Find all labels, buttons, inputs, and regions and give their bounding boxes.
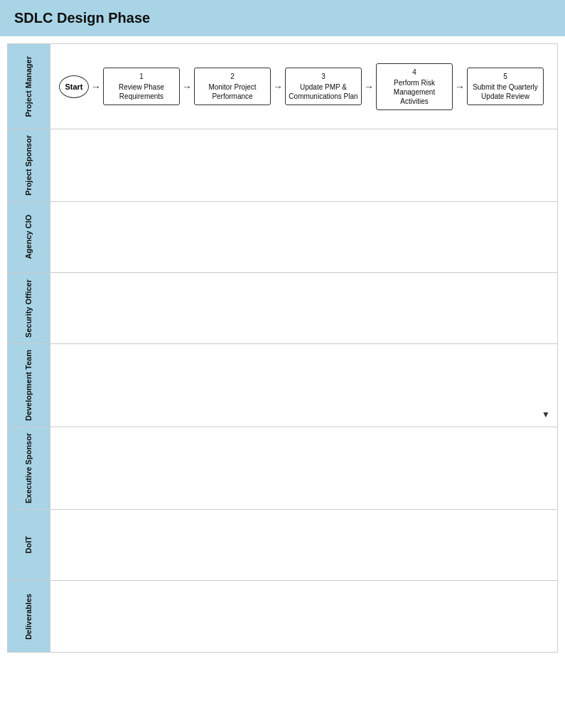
lane-label-development-team: Development Team: [8, 344, 50, 427]
start-node: Start: [59, 75, 89, 98]
lane-content-executive-sponsor: [50, 427, 557, 509]
arrow-2: →: [273, 81, 283, 92]
lane-content-project-manager: Start → 1 Review Phase Requirements → 2 …: [50, 44, 557, 129]
lane-label-security-officer: Security Officer: [8, 273, 50, 343]
lane-label-project-sponsor: Project Sponsor: [8, 129, 50, 201]
swim-lane-executive-sponsor: Executive Sponsor: [8, 427, 557, 510]
lane-label-project-manager: Project Manager: [8, 44, 50, 129]
swim-lane-project-manager: Project Manager Start → 1 Review Phase R…: [8, 44, 557, 129]
diagram-container: Project Manager Start → 1 Review Phase R…: [7, 43, 558, 653]
lane-label-deliverables: Deliverables: [8, 581, 50, 652]
process-box-2[interactable]: 2 Monitor Project Performance: [194, 68, 271, 105]
swim-lane-development-team: Development Team: [8, 344, 557, 427]
arrow-4: →: [455, 81, 465, 92]
process-box-1[interactable]: 1 Review Phase Requirements: [103, 68, 180, 105]
lane-content-doit: [50, 510, 557, 580]
page-header: SDLC Design Phase: [0, 0, 565, 36]
swim-lane-agency-cio: Agency CIO: [8, 202, 557, 273]
page-title: SDLC Design Phase: [14, 10, 150, 26]
lane-label-executive-sponsor: Executive Sponsor: [8, 427, 50, 509]
swim-lane-doit: DoIT: [8, 510, 557, 581]
lane-content-development-team: [50, 344, 557, 427]
lane-label-doit: DoIT: [8, 510, 50, 580]
process-box-5[interactable]: 5 Submit the Quarterly Update Review: [467, 68, 544, 105]
process-box-4[interactable]: 4 Perform Risk Management Activities: [376, 63, 453, 110]
lane-content-deliverables: [50, 581, 557, 652]
lane-label-agency-cio: Agency CIO: [8, 202, 50, 272]
lane-content-agency-cio: [50, 202, 557, 272]
swim-lane-deliverables: Deliverables: [8, 581, 557, 652]
swim-lane-security-officer: Security Officer: [8, 273, 557, 344]
lane-content-security-officer: [50, 273, 557, 343]
process-box-3[interactable]: 3 Update PMP & Communications Plan: [285, 68, 362, 105]
arrow-0: →: [91, 81, 101, 92]
arrow-3: →: [364, 81, 374, 92]
lane-content-project-sponsor: [50, 129, 557, 201]
swim-lane-project-sponsor: Project Sponsor: [8, 129, 557, 202]
arrow-1: →: [182, 81, 192, 92]
